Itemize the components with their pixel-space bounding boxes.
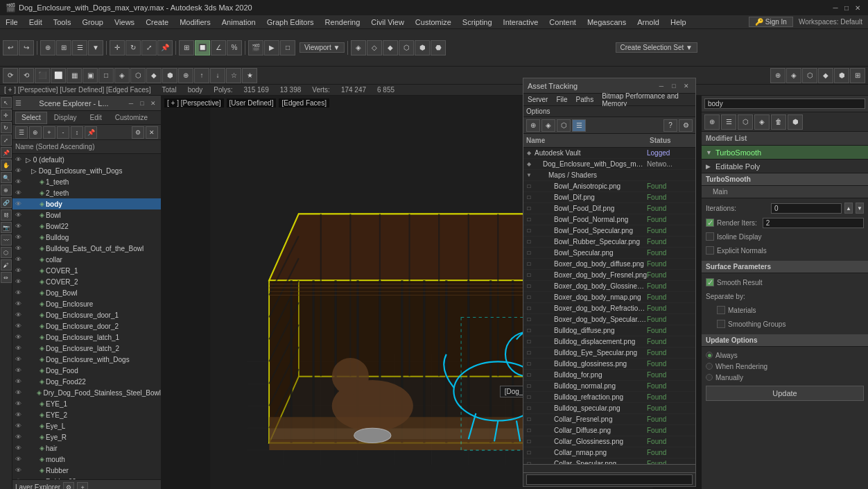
scene-item-door1[interactable]: 👁 ◈ Dog_Enclosure_door_1 [12, 309, 161, 320]
eye-icon[interactable]: 👁 [15, 378, 21, 385]
eye-icon[interactable]: 👁 [15, 167, 21, 174]
sidebar-move-icon[interactable]: ✛ [1, 110, 12, 121]
menu-animation[interactable]: Animation [216, 17, 261, 28]
scene-item-cover1[interactable]: 👁 ◈ COVER_1 [12, 265, 161, 276]
tb2-1[interactable]: ⟳ [3, 68, 18, 83]
placement-button[interactable]: 📌 [157, 40, 173, 55]
list-item[interactable]: Bowl22 [46, 223, 69, 230]
asset-tracking-list[interactable]: ◆ Autodesk Vault Logged ◆ Dog_Enclosure_… [523, 148, 695, 464]
scene-explorer-maximize[interactable]: □ [137, 98, 147, 108]
isoline-checkbox[interactable] [706, 232, 714, 241]
mod-tb-2[interactable]: ☰ [721, 114, 736, 130]
smooth-result-checkbox[interactable]: ✓ [706, 278, 714, 286]
scene-close-btn[interactable]: ✕ [146, 126, 158, 139]
eye-icon[interactable]: 👁 [15, 234, 21, 241]
modifier-item-turbosmooth[interactable]: ▼ TurboSmooth [702, 146, 868, 160]
at-item-bulldog-spec[interactable]: □ Bulldog_specular.png Found [523, 403, 695, 414]
tb2-4[interactable]: ⬜ [51, 68, 66, 83]
tab-select[interactable]: Select [15, 112, 47, 124]
scene-pin-btn[interactable]: 📌 [85, 126, 97, 139]
scene-item-body[interactable]: 👁 ◈ body [12, 198, 161, 209]
misc-btn-6[interactable]: ⬣ [431, 40, 446, 55]
menu-civil-view[interactable]: Civil View [365, 17, 409, 28]
eye-icon[interactable]: 👁 [15, 178, 21, 185]
eye-icon[interactable]: 👁 [15, 223, 21, 230]
create-selection-set-button[interactable]: Create Selection Set ▼ [616, 42, 697, 53]
misc-btn-1[interactable]: ◈ [351, 40, 366, 55]
iterations-input[interactable] [771, 203, 842, 214]
select-button[interactable]: ⊕ [40, 40, 55, 55]
list-item[interactable]: COVER_1 [46, 267, 78, 275]
scene-item-2teeth[interactable]: 👁 ◈ 2_teeth [12, 187, 161, 198]
when-rendering-radio[interactable] [706, 363, 713, 370]
update-options-header[interactable]: Update Options [702, 334, 868, 347]
sidebar-rotate-icon[interactable]: ↻ [1, 122, 12, 133]
smoothing-groups-checkbox[interactable] [717, 320, 725, 328]
tb2-16[interactable]: ★ [242, 68, 257, 83]
list-item[interactable]: 2_teeth [46, 189, 69, 197]
scene-item-bowl[interactable]: 👁 ◈ Bowl [12, 209, 161, 221]
list-item[interactable]: Dog_Enclosure_door_1 [46, 311, 119, 319]
sidebar-paint-icon[interactable]: 🖌 [1, 259, 12, 271]
list-item[interactable]: Dog_Enclosure_with_Dogs [46, 356, 130, 363]
scene-item-eyeleft[interactable]: 👁 ◈ Eye_L [12, 420, 161, 431]
scene-item-hair[interactable]: 👁 ◈ hair [12, 443, 161, 454]
menu-megascans[interactable]: Megascans [582, 17, 632, 28]
tb2-9[interactable]: ⬡ [130, 68, 146, 83]
menu-file[interactable]: File [0, 17, 24, 28]
eye-icon[interactable]: 👁 [15, 212, 21, 218]
list-item[interactable]: Dog_Enclosure [46, 300, 93, 308]
at-item-vault[interactable]: ◆ Autodesk Vault Logged [523, 148, 695, 159]
scene-expand-btn[interactable]: + [43, 126, 55, 139]
list-item[interactable]: Dry_Dog_Food_Stainless_Steel_Bowl [43, 389, 161, 397]
tb2-11[interactable]: ⬢ [162, 68, 177, 83]
scene-item-dogfood[interactable]: 👁 ◈ Dog_Food [12, 365, 161, 376]
at-item-bowl-food-normal[interactable]: □ Bowl_Food_Normal.png Found [523, 214, 695, 225]
tb2-10[interactable]: ◆ [146, 68, 162, 83]
at-item-bowl-spec[interactable]: □ Bowl_Specular.png Found [523, 248, 695, 259]
at-item-collar-fresnel[interactable]: □ Collar_Fresnel.png Found [523, 414, 695, 425]
sidebar-scale-icon[interactable]: ⤢ [1, 135, 12, 146]
eye-icon[interactable]: 👁 [15, 311, 21, 318]
scene-item-mouth[interactable]: 👁 ◈ mouth [12, 454, 161, 465]
at-item-bowl-food-dif[interactable]: □ Bowl_Food_Dif.png Found [523, 203, 695, 214]
menu-views[interactable]: Views [109, 17, 140, 28]
materials-checkbox[interactable] [717, 306, 725, 314]
scene-all-btn[interactable]: ☰ [15, 126, 28, 139]
modifier-item-editable-poly[interactable]: ▶ Editable Poly [702, 160, 868, 173]
mod-tb-4[interactable]: ◈ [754, 114, 770, 130]
scene-item-rubber[interactable]: 👁 ◈ Rubber [12, 465, 161, 476]
menu-content[interactable]: Content [544, 17, 582, 28]
at-item-maxfile[interactable]: ◆ Dog_Enclosure_with_Dogs_max_vray.max N… [523, 159, 695, 170]
at-item-bulldog-eye-spec[interactable]: □ Bulldog_Eye_Specular.png Found [523, 348, 695, 359]
list-item[interactable]: mouth [46, 456, 65, 463]
menu-group[interactable]: Group [76, 17, 109, 28]
list-item[interactable]: hair [46, 445, 58, 452]
scene-item-dogencwithdogs[interactable]: 👁 ◈ Dog_Enclosure_with_Dogs [12, 354, 161, 365]
at-minimize-button[interactable]: ─ [657, 81, 666, 91]
at-tool-6[interactable]: ⚙ [679, 119, 693, 132]
maximize-button[interactable]: □ [842, 3, 851, 12]
snaps-button[interactable]: 🔲 [195, 40, 210, 55]
list-item[interactable]: Bowl [46, 212, 61, 219]
select-name-button[interactable]: ☰ [72, 40, 87, 55]
layer-add-btn[interactable]: + [77, 482, 88, 490]
menu-modifiers[interactable]: Modifiers [174, 17, 216, 28]
render-iters-input[interactable] [763, 218, 864, 228]
sidebar-pan-icon[interactable]: ✋ [1, 160, 12, 171]
list-item[interactable]: collar [46, 256, 62, 264]
iterations-spinner-up[interactable]: ▲ [844, 203, 853, 214]
at-item-boxer-gloss[interactable]: □ Boxer_dog_body_Glossiness.png Found [523, 281, 695, 292]
undo-button[interactable]: ↩ [3, 40, 18, 55]
at-menu-server[interactable]: Server [523, 94, 552, 105]
tb2-7[interactable]: □ [98, 68, 114, 83]
scene-item-eye1[interactable]: 👁 ◈ EYE_1 [12, 398, 161, 409]
list-item[interactable]: Dog_Enclosure_door_2 [46, 323, 119, 330]
at-options-text[interactable]: Options [526, 108, 550, 115]
list-item[interactable]: Bulldog_Eats_Out_of_the_Bowl [46, 245, 144, 252]
eye-icon[interactable]: 👁 [15, 256, 21, 263]
misc-btn-2[interactable]: ◇ [367, 40, 382, 55]
turbosmooth-section-header[interactable]: TurboSmooth [702, 173, 868, 186]
menu-tools[interactable]: Tools [48, 17, 77, 28]
tb2-5[interactable]: ▦ [67, 68, 82, 83]
